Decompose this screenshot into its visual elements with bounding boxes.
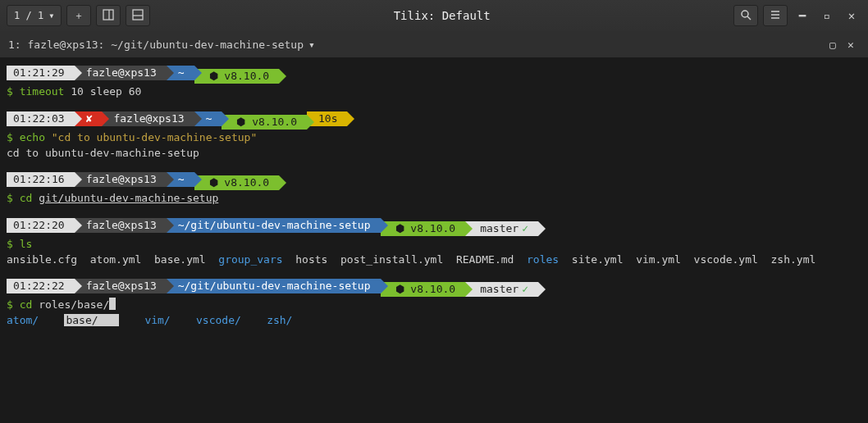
svg-rect-0 xyxy=(103,10,113,20)
ls-dir: group_vars xyxy=(218,253,282,266)
prompt-segment: ~/git/ubuntu-dev-machine-setup xyxy=(167,218,381,233)
plus-icon: ＋ xyxy=(74,9,84,23)
terminal-tab[interactable]: 1: fazle@xps13: ~/git/ubuntu-dev-machine… xyxy=(8,39,315,51)
ls-file: README.md xyxy=(456,253,514,266)
ls-file: hosts xyxy=(295,253,327,266)
search-icon xyxy=(740,9,752,23)
command-output: cd to ubuntu-dev-machine-setup xyxy=(7,146,861,161)
completion-item: vscode/ xyxy=(196,314,241,326)
tabbar: 1: fazle@xps13: ~/git/ubuntu-dev-machine… xyxy=(0,31,868,57)
completion-list: atom/ base/ vim/ vscode/ zsh/ xyxy=(7,313,861,328)
ls-dir: roles xyxy=(527,253,559,266)
command-output: ansible.cfg atom.yml base.yml group_vars… xyxy=(7,252,861,267)
tab-label: 1: fazle@xps13: ~/git/ubuntu-dev-machine… xyxy=(8,39,304,51)
prompt-line: 01:22:16fazle@xps13~⬢ v8.10.0 xyxy=(7,172,861,190)
tab-close-button[interactable]: ✕ xyxy=(842,39,860,51)
prompt-segment: master✓ xyxy=(465,282,538,297)
ls-file: atom.yml xyxy=(90,253,142,266)
prompt-block: 01:21:29fazle@xps13~⬢ v8.10.0$ timeout 1… xyxy=(7,66,861,100)
menu-button[interactable] xyxy=(763,5,788,26)
command-line: $ cd roles/base/ xyxy=(7,297,861,313)
completion-item: vim/ xyxy=(144,314,170,326)
ls-file: post_install.yml xyxy=(340,253,443,266)
prompt-segment: master✓ xyxy=(465,221,538,236)
ls-file: site.yml xyxy=(572,253,624,266)
prompt-segment: ⬢ v8.10.0 xyxy=(194,69,280,84)
prompt-segment: fazle@xps13 xyxy=(102,111,194,126)
hamburger-icon xyxy=(770,9,781,23)
command-name: timeout xyxy=(20,85,65,98)
prompt-line: 01:22:22fazle@xps13~/git/ubuntu-dev-mach… xyxy=(7,279,861,297)
ls-file: ansible.cfg xyxy=(7,253,77,266)
command-line: $ ls xyxy=(7,236,861,252)
command-line: $ timeout 10 sleep 60 xyxy=(7,84,861,100)
prompt-segment: fazle@xps13 xyxy=(75,172,167,187)
close-icon: ✕ xyxy=(848,9,855,22)
prompt-symbol: $ xyxy=(7,298,20,311)
ls-file: base.yml xyxy=(154,253,206,266)
cursor xyxy=(109,298,116,310)
prompt-segment: 01:21:29 xyxy=(7,66,75,80)
chevron-down-icon: ▾ xyxy=(48,10,54,21)
prompt-line: 01:22:20fazle@xps13~/git/ubuntu-dev-mach… xyxy=(7,218,861,236)
close-icon: ✕ xyxy=(847,39,854,51)
prompt-line: 01:21:29fazle@xps13~⬢ v8.10.0 xyxy=(7,66,861,84)
prompt-block: 01:22:20fazle@xps13~/git/ubuntu-dev-mach… xyxy=(7,218,861,267)
svg-rect-2 xyxy=(133,10,143,20)
command-name: echo xyxy=(20,131,45,143)
completion-item: zsh/ xyxy=(267,314,292,326)
split-down-icon xyxy=(132,9,144,23)
maximize-pane-icon: ▢ xyxy=(829,39,836,51)
maximize-icon: ▫ xyxy=(824,9,830,22)
split-right-button[interactable] xyxy=(96,5,121,26)
command-name: ls xyxy=(20,238,33,250)
sessions-label: 1 / 1 xyxy=(14,10,43,21)
command-arg: git/ubuntu-dev-machine-setup xyxy=(39,192,218,204)
prompt-segment: 01:22:22 xyxy=(7,279,75,293)
prompt-segment: ⬢ v8.10.0 xyxy=(381,221,466,236)
new-session-button[interactable]: ＋ xyxy=(66,5,91,26)
command-name: cd xyxy=(20,192,33,204)
command-line: $ cd git/ubuntu-dev-machine-setup xyxy=(7,190,861,207)
prompt-segment: ⬢ v8.10.0 xyxy=(222,115,307,130)
tab-maximize-button[interactable]: ▢ xyxy=(824,39,842,51)
prompt-symbol: $ xyxy=(7,238,20,250)
maximize-button[interactable]: ▫ xyxy=(817,6,837,25)
search-button[interactable] xyxy=(733,5,758,26)
prompt-symbol: $ xyxy=(7,85,20,98)
prompt-segment: 01:22:16 xyxy=(7,172,75,187)
completion-item: atom/ xyxy=(7,314,39,326)
terminal-pane[interactable]: 01:21:29fazle@xps13~⬢ v8.10.0$ timeout 1… xyxy=(0,57,868,423)
prompt-segment: ⬢ v8.10.0 xyxy=(194,175,280,190)
prompt-segment: fazle@xps13 xyxy=(75,279,167,293)
chevron-down-icon: ▾ xyxy=(308,39,315,51)
prompt-symbol: $ xyxy=(7,131,20,143)
svg-point-4 xyxy=(742,11,748,17)
sessions-switcher[interactable]: 1 / 1 ▾ xyxy=(7,5,62,26)
minimize-button[interactable]: ━ xyxy=(793,6,812,25)
command-arg: 10 sleep 60 xyxy=(64,85,141,98)
prompt-block: 01:22:22fazle@xps13~/git/ubuntu-dev-mach… xyxy=(7,279,861,328)
minimize-icon: ━ xyxy=(799,9,806,22)
titlebar: 1 / 1 ▾ ＋ Tilix: Default ━ ▫ ✕ xyxy=(0,0,868,31)
close-button[interactable]: ✕ xyxy=(842,6,861,25)
prompt-line: 01:22:03✘fazle@xps13~⬢ v8.10.010s xyxy=(7,111,861,130)
split-right-icon xyxy=(103,9,114,23)
prompt-segment: fazle@xps13 xyxy=(75,218,167,233)
ls-file: vim.yml xyxy=(636,253,681,266)
command-name: cd xyxy=(20,298,33,311)
prompt-segment: fazle@xps13 xyxy=(75,66,167,80)
command-line: $ echo "cd to ubuntu-dev-machine-setup" xyxy=(7,130,861,146)
window-title: Tilix: Default xyxy=(150,9,733,22)
command-arg: "cd to ubuntu-dev-machine-setup" xyxy=(52,131,257,143)
split-down-button[interactable] xyxy=(126,5,150,26)
ls-file: zsh.yml xyxy=(771,253,816,266)
prompt-segment: ~/git/ubuntu-dev-machine-setup xyxy=(167,279,381,293)
ls-file: vscode.yml xyxy=(694,253,758,266)
prompt-symbol: $ xyxy=(7,192,20,204)
prompt-segment: ⬢ v8.10.0 xyxy=(381,282,466,297)
prompt-segment: 01:22:03 xyxy=(7,111,75,126)
command-arg: roles/base/ xyxy=(32,298,109,311)
prompt-block: 01:22:16fazle@xps13~⬢ v8.10.0$ cd git/ub… xyxy=(7,172,861,207)
completion-selected: base/ xyxy=(64,314,119,326)
